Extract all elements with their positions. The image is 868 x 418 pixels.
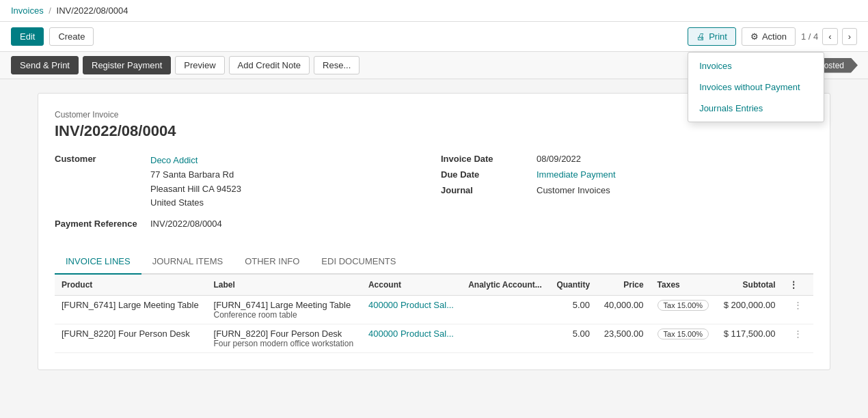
due-date-label: Due Date bbox=[441, 169, 537, 180]
cell-account: 400000 Product Sal... bbox=[362, 324, 461, 353]
col-actions: ⋮ bbox=[783, 275, 813, 296]
action-label: Action bbox=[762, 31, 787, 42]
invoice-date-value: 08/09/2022 bbox=[537, 154, 581, 164]
invoice-info: Customer Deco Addict 77 Santa Barbara Rd… bbox=[55, 154, 813, 233]
cell-subtotal: $ 200,000.00 bbox=[716, 296, 783, 324]
cell-product: [FURN_6741] Large Meeting Table bbox=[55, 296, 207, 324]
due-date-value: Immediate Payment bbox=[537, 169, 616, 180]
tabs: INVOICE LINES JOURNAL ITEMS OTHER INFO E… bbox=[55, 249, 813, 275]
col-analytic: Analytic Account... bbox=[461, 275, 550, 296]
tab-other-info[interactable]: OTHER INFO bbox=[234, 249, 310, 275]
breadcrumb: Invoices / INV/2022/08/0004 bbox=[11, 5, 128, 16]
cell-quantity: 5.00 bbox=[550, 324, 597, 353]
customer-address2: Pleasant Hill CA 94523 bbox=[150, 182, 241, 197]
col-label: Label bbox=[207, 275, 362, 296]
print-icon: 🖨 bbox=[696, 31, 705, 42]
customer-country: United States bbox=[150, 196, 241, 210]
invoice-lines-table-container: Product Label Account Analytic Account..… bbox=[55, 275, 813, 353]
col-price: Price bbox=[597, 275, 651, 296]
col-product: Product bbox=[55, 275, 207, 296]
print-menu-invoices[interactable]: Invoices bbox=[688, 55, 824, 76]
print-dropdown-menu: Invoices Invoices without Payment Journa… bbox=[688, 52, 824, 122]
payment-reference-field-row: Payment Reference INV/2022/08/0004 bbox=[55, 219, 427, 229]
cell-taxes: Tax 15.00% bbox=[651, 296, 716, 324]
customer-label: Customer bbox=[55, 154, 150, 164]
pagination-prev[interactable]: ‹ bbox=[822, 28, 837, 45]
breadcrumb-current: INV/2022/08/0004 bbox=[57, 5, 128, 16]
invoice-left-fields: Customer Deco Addict 77 Santa Barbara Rd… bbox=[55, 154, 427, 233]
invoice-date-label: Invoice Date bbox=[441, 154, 537, 164]
main-content: Customer Invoice INV/2022/08/0004 Custom… bbox=[24, 79, 844, 384]
col-subtotal: Subtotal bbox=[716, 275, 783, 296]
edit-button[interactable]: Edit bbox=[11, 27, 44, 46]
print-wrapper: 🖨 Print Invoices Invoices without Paymen… bbox=[688, 27, 736, 46]
tab-edi-documents[interactable]: EDI DOCUMENTS bbox=[310, 249, 407, 275]
action-bar: Edit Create 🖨 Print Invoices Invoices wi… bbox=[0, 22, 868, 52]
cell-subtotal: $ 117,500.00 bbox=[716, 324, 783, 353]
invoice-right-fields: Invoice Date 08/09/2022 Due Date Immedia… bbox=[441, 154, 813, 233]
journal-label: Journal bbox=[441, 185, 537, 195]
col-quantity: Quantity bbox=[550, 275, 597, 296]
cell-row-action[interactable]: ⋮ bbox=[783, 296, 813, 324]
invoice-card: Customer Invoice INV/2022/08/0004 Custom… bbox=[38, 93, 830, 370]
breadcrumb-bar: Invoices / INV/2022/08/0004 bbox=[0, 0, 868, 22]
chevron-left-icon: ‹ bbox=[828, 31, 831, 42]
add-credit-note-button[interactable]: Add Credit Note bbox=[229, 56, 310, 74]
payment-reference-value: INV/2022/08/0004 bbox=[150, 219, 222, 229]
cell-price: 40,000.00 bbox=[597, 296, 651, 324]
invoice-number: INV/2022/08/0004 bbox=[55, 122, 813, 140]
invoice-lines-table: Product Label Account Analytic Account..… bbox=[55, 275, 813, 353]
cell-analytic bbox=[461, 296, 550, 324]
cell-label: [FURN_6741] Large Meeting Table Conferen… bbox=[207, 296, 362, 324]
invoice-date-field-row: Invoice Date 08/09/2022 bbox=[441, 154, 813, 164]
cell-account: 400000 Product Sal... bbox=[362, 296, 461, 324]
tab-journal-items[interactable]: JOURNAL ITEMS bbox=[141, 249, 234, 275]
print-menu-invoices-without-payment[interactable]: Invoices without Payment bbox=[688, 76, 824, 98]
print-label: Print bbox=[709, 31, 727, 42]
register-payment-button[interactable]: Register Payment bbox=[83, 56, 171, 74]
cell-quantity: 5.00 bbox=[550, 296, 597, 324]
table-row: [FURN_6741] Large Meeting Table [FURN_67… bbox=[55, 296, 813, 324]
customer-address: Deco Addict 77 Santa Barbara Rd Pleasant… bbox=[150, 154, 241, 210]
cell-label: [FURN_8220] Four Person Desk Four person… bbox=[207, 324, 362, 353]
journal-field-row: Journal Customer Invoices bbox=[441, 185, 813, 195]
table-row: [FURN_8220] Four Person Desk [FURN_8220]… bbox=[55, 324, 813, 353]
col-taxes: Taxes bbox=[651, 275, 716, 296]
due-date-field-row: Due Date Immediate Payment bbox=[441, 169, 813, 180]
cell-product: [FURN_8220] Four Person Desk bbox=[55, 324, 207, 353]
customer-name: Deco Addict bbox=[150, 154, 241, 168]
cell-row-action[interactable]: ⋮ bbox=[783, 324, 813, 353]
breadcrumb-parent-link[interactable]: Invoices bbox=[11, 5, 44, 16]
pagination-next[interactable]: › bbox=[842, 28, 857, 45]
customer-field-row: Customer Deco Addict 77 Santa Barbara Rd… bbox=[55, 154, 427, 210]
print-menu-journals-entries[interactable]: Journals Entries bbox=[688, 98, 824, 119]
reset-button[interactable]: Rese... bbox=[314, 56, 360, 74]
tab-invoice-lines[interactable]: INVOICE LINES bbox=[55, 249, 141, 275]
cell-price: 23,500.00 bbox=[597, 324, 651, 353]
payment-reference-label: Payment Reference bbox=[55, 219, 150, 229]
pagination-text: 1 / 4 bbox=[801, 31, 818, 42]
journal-value: Customer Invoices bbox=[537, 185, 610, 195]
chevron-right-icon: › bbox=[848, 31, 851, 42]
print-button[interactable]: 🖨 Print bbox=[688, 27, 736, 46]
col-account: Account bbox=[362, 275, 461, 296]
action-button[interactable]: ⚙ Action bbox=[742, 27, 796, 46]
preview-button[interactable]: Preview bbox=[175, 56, 224, 74]
cell-taxes: Tax 15.00% bbox=[651, 324, 716, 353]
gear-icon: ⚙ bbox=[750, 31, 759, 42]
customer-address1: 77 Santa Barbara Rd bbox=[150, 168, 241, 182]
send-print-button[interactable]: Send & Print bbox=[11, 56, 79, 74]
create-button[interactable]: Create bbox=[49, 27, 94, 46]
pagination: 1 / 4 ‹ › bbox=[801, 28, 857, 45]
cell-analytic bbox=[461, 324, 550, 353]
